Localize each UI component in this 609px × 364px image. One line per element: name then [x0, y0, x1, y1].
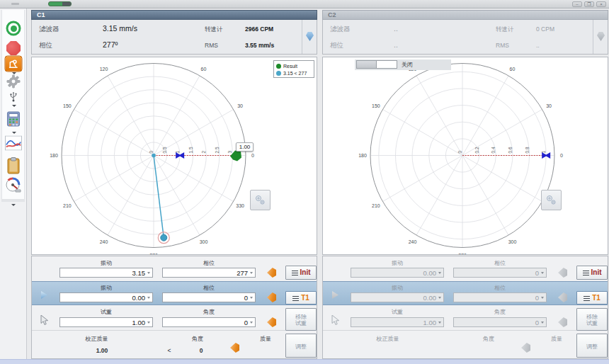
c1-controls: 振动 相位 3.15 277 Init 振动 相位 0.00 0 T1 试重 角… [31, 256, 317, 359]
c2-t1-button[interactable]: T1 [576, 291, 608, 305]
c1-init-apply-arrow-icon[interactable] [267, 268, 276, 278]
c1-trial-weight-input[interactable]: 1.00 [59, 317, 153, 327]
minimize-button[interactable]: – [572, 1, 582, 7]
clipboard-report-icon[interactable] [6, 157, 21, 177]
c1-init-row: 振动 相位 3.15 277 Init [32, 256, 317, 281]
c2-onoff-toggle[interactable] [356, 60, 397, 69]
c1-filter-label: 滤波器 [39, 25, 59, 34]
settings-gear-icon[interactable] [6, 74, 21, 92]
c1-t1-play-icon [41, 291, 47, 299]
trend-chart-icon[interactable] [5, 136, 22, 154]
svg-text:1.5: 1.5 [188, 147, 193, 153]
c1-filter-value: 3.15 mm/s [103, 24, 137, 33]
menu-icon [292, 271, 298, 275]
c1-tacho-value: 2966 CPM [245, 25, 273, 33]
usb-dropdown-icon[interactable] [12, 105, 16, 107]
c2-rms-value: .. [536, 42, 540, 49]
c1-adjust-button[interactable]: 调整 [285, 334, 317, 358]
c1-t1-phase-input[interactable]: 0 [162, 292, 256, 302]
svg-text:0.4: 0.4 [491, 147, 496, 153]
svg-text:0: 0 [149, 151, 154, 154]
menu-icon [583, 271, 589, 275]
svg-text:240: 240 [100, 239, 108, 244]
calculator-icon[interactable] [7, 111, 21, 130]
c2-trial-angle-input[interactable]: 0 [453, 317, 547, 327]
svg-text:30: 30 [237, 103, 243, 108]
c1-expand-button[interactable] [302, 20, 317, 54]
svg-text:180: 180 [358, 153, 367, 158]
c1-rms-label: RMS [205, 42, 218, 49]
c2-trial-weight-input[interactable]: 1.00 [351, 317, 444, 327]
battery-indicator [48, 1, 72, 6]
c1-polar-chart: 030609012015018021024027030033000.511.52… [31, 57, 317, 255]
c1-info-box: 滤波器 3.15 mm/s 相位 277º 转速计 2966 CPM RMS 3… [31, 20, 317, 55]
maximize-button[interactable]: ❐ [584, 1, 594, 7]
c1-t1-button[interactable]: T1 [285, 291, 317, 305]
c2-adjust-button[interactable]: 调整 [576, 334, 608, 358]
c1-init-phase-input[interactable]: 277 [162, 268, 256, 278]
c2-t1-phase-label: 相位 [453, 284, 547, 292]
c2-remove-trial-button[interactable]: 移除试重 [576, 308, 608, 331]
record-icon[interactable] [6, 21, 21, 36]
svg-text:0.2: 0.2 [474, 147, 479, 153]
svg-text:3: 3 [227, 151, 232, 154]
c1-chart-settings-button[interactable] [250, 190, 271, 210]
balance-tool-icon[interactable] [5, 56, 23, 72]
svg-text:30: 30 [546, 103, 552, 108]
c1-t1-vib-input[interactable]: 0.00 [59, 292, 153, 302]
c1-trial-angle-input[interactable]: 0 [162, 317, 256, 327]
c1-result-arrow-icon [230, 343, 239, 353]
c1-phase-value: 277º [103, 40, 118, 49]
gauge-icon[interactable] [5, 177, 22, 197]
c1-t1-apply-arrow-icon[interactable] [267, 292, 276, 302]
sidebar-more-icon[interactable] [11, 204, 16, 206]
menu-icon [584, 296, 590, 301]
svg-text:0.8: 0.8 [525, 147, 530, 153]
c1-trial-apply-arrow-icon[interactable] [267, 317, 276, 327]
c1-init-vib-input[interactable]: 3.15 [59, 268, 153, 278]
svg-text:150: 150 [63, 103, 72, 108]
c2-phase-value: .. [394, 40, 398, 49]
c1-init-vib-label: 振动 [59, 259, 153, 267]
c2-filter-value: .. [394, 24, 398, 33]
c2-t1-play-icon [332, 291, 338, 299]
c1-rms-value: 3.55 mm/s [245, 42, 274, 49]
close-button[interactable]: × [596, 1, 606, 7]
svg-text:300: 300 [200, 239, 208, 244]
svg-text:240: 240 [409, 239, 417, 244]
c2-init-button[interactable]: Init [576, 266, 608, 280]
c2-init-phase-input[interactable]: 0 [453, 268, 547, 278]
c2-t1-row: 振动 相位 0.00 0 [323, 281, 608, 305]
c2-expand-arrow-icon [597, 32, 605, 41]
svg-text:180: 180 [50, 153, 58, 158]
c1-panel-header[interactable]: C1 [31, 10, 317, 20]
c1-t1-phase-label: 相位 [162, 284, 256, 292]
c1-trial-angle-label: 角度 [162, 308, 256, 316]
vector-legend-label: 3.15 < 277 [283, 71, 307, 76]
c1-corr-mass-label: 校正质量 [59, 335, 134, 343]
c1-init-button[interactable]: Init [285, 266, 317, 280]
c2-t1-vib-input[interactable]: 0.00 [351, 292, 444, 302]
c2-panel-header[interactable]: C2 [322, 10, 608, 20]
c2-expand-button[interactable] [593, 20, 608, 54]
channel-panel-c1: C1 滤波器 3.15 mm/s 相位 277º 转速计 2966 CPM RM… [31, 10, 317, 359]
svg-text:300: 300 [508, 239, 517, 244]
c2-chart-settings-button[interactable] [541, 190, 562, 210]
c2-init-vib-input[interactable]: 0.00 [351, 268, 444, 278]
sidebar-divider [1, 199, 25, 202]
c2-filter-label: 滤波器 [330, 25, 351, 34]
svg-text:270: 270 [149, 253, 158, 254]
c1-expand-arrow-icon [306, 32, 314, 41]
c1-result-angle-value: 0 [194, 347, 208, 354]
stop-icon[interactable] [6, 41, 21, 55]
calculator-dropdown-icon[interactable] [12, 132, 16, 134]
c2-trial-angle-label: 角度 [453, 308, 547, 316]
usb-icon[interactable] [10, 92, 18, 106]
c2-t1-phase-input[interactable]: 0 [453, 292, 547, 302]
c1-remove-trial-button[interactable]: 移除试重 [285, 308, 317, 331]
c2-toggle-knob [357, 61, 377, 68]
c1-trial-weight-label: 试重 [59, 308, 153, 316]
c1-result-row: 校正质量 角度 质量 1.00 < 0 [32, 331, 317, 360]
c2-result-arrow-icon [521, 343, 530, 353]
c1-corr-mass-value: 1.00 [59, 347, 144, 354]
